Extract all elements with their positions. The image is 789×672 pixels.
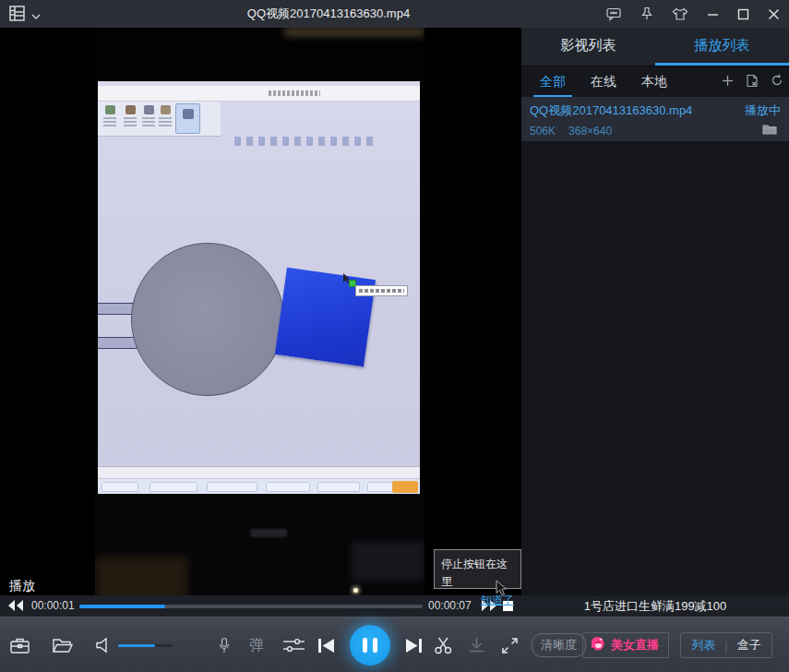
message-icon[interactable] xyxy=(606,7,622,21)
beauty-live-button[interactable]: 美女直播 xyxy=(582,632,669,658)
subtab-local[interactable]: 本地 xyxy=(635,68,674,97)
pin-icon[interactable] xyxy=(640,6,653,21)
video-frame[interactable] xyxy=(95,28,424,595)
close-icon[interactable] xyxy=(768,8,780,20)
playlist-sidebar: 影视列表 播放列表 全部 在线 本地 xyxy=(521,28,789,595)
desk-glare xyxy=(95,557,187,595)
sidebar-sub-tabs: 全部 在线 本地 xyxy=(521,67,789,97)
list-toggle[interactable]: 列表 xyxy=(691,637,715,654)
cad-blue-square xyxy=(275,268,376,367)
power-led xyxy=(353,588,358,593)
equalizer-icon[interactable] xyxy=(282,618,305,672)
background-blur xyxy=(284,28,424,36)
progress-row: 00:00:01 00:00:07 1号店进口生鲜满199减100 xyxy=(0,595,789,617)
titlebar[interactable]: QQ视频20170413163630.mp4 xyxy=(0,0,789,28)
cad-statusbar xyxy=(98,466,420,478)
sidebar-main-tabs: 影视列表 播放列表 xyxy=(521,28,789,66)
recorded-monitor-screen xyxy=(98,81,420,494)
pause-icon xyxy=(363,638,367,653)
playlist-item-resolution: 368×640 xyxy=(568,125,612,138)
folder-icon[interactable] xyxy=(762,124,777,138)
cad-gray-circle xyxy=(131,243,284,396)
cad-app-titlebar xyxy=(98,86,420,102)
download-icon[interactable] xyxy=(468,618,485,672)
speaker-icon[interactable] xyxy=(95,618,112,672)
cad-ribbon-toolbar xyxy=(98,102,221,137)
subtab-online[interactable]: 在线 xyxy=(584,68,623,97)
bottom-toolbar: 弹 清晰度 xyxy=(0,617,789,672)
open-folder-icon[interactable] xyxy=(52,618,74,672)
tab-play-list[interactable]: 播放列表 xyxy=(655,28,789,66)
skin-tshirt-icon[interactable] xyxy=(672,7,688,21)
current-time: 00:00:01 xyxy=(31,599,75,612)
stop-hint-tooltip: 停止按钮在这里 知道了 xyxy=(434,549,521,589)
volume-slider[interactable] xyxy=(118,644,173,647)
clear-list-icon[interactable] xyxy=(746,74,759,91)
cad-icon-row xyxy=(234,137,375,146)
monitor-brand-logo xyxy=(250,529,287,537)
volume-slider-fill xyxy=(118,644,155,647)
danmaku-toggle[interactable]: 弹 xyxy=(249,618,264,672)
playlist-item-size: 506K xyxy=(530,125,556,138)
ad-banner[interactable]: 1号店进口生鲜满199减100 xyxy=(521,595,789,617)
seek-bar[interactable] xyxy=(79,605,423,608)
osd-play-label: 播放 xyxy=(9,578,35,594)
playlist-item-name[interactable]: QQ视频20170413163630.mp4 xyxy=(530,102,692,119)
cad-selected-tool xyxy=(175,103,200,134)
mouse-cursor xyxy=(496,580,508,600)
player-window: QQ视频20170413163630.mp4 xyxy=(0,0,789,672)
expand-icon[interactable] xyxy=(501,618,519,672)
beauty-live-label: 美女直播 xyxy=(611,637,659,654)
video-canvas[interactable]: 播放 xyxy=(0,28,521,595)
taskbar-highlight xyxy=(392,481,418,493)
playlist-item[interactable]: QQ视频20170413163630.mp4 播放中 506K 368×640 xyxy=(521,97,789,141)
rewind-icon[interactable] xyxy=(7,599,24,616)
window-title: QQ视频20170413163630.mp4 xyxy=(0,0,657,28)
quality-button[interactable]: 清晰度 xyxy=(532,633,586,657)
cad-cursor-icon xyxy=(342,271,351,288)
girl-icon xyxy=(590,636,605,655)
previous-icon[interactable] xyxy=(317,618,335,672)
mic-icon[interactable] xyxy=(219,618,230,672)
toolbox-icon[interactable] xyxy=(9,618,30,672)
windows-taskbar xyxy=(98,478,420,494)
subtab-all[interactable]: 全部 xyxy=(533,68,572,97)
refresh-icon[interactable] xyxy=(771,74,783,90)
divider: | xyxy=(724,639,727,653)
maximize-icon[interactable] xyxy=(737,8,749,20)
playing-status-badge: 播放中 xyxy=(745,102,781,119)
tab-movie-list[interactable]: 影视列表 xyxy=(521,28,655,66)
seek-bar-fill xyxy=(79,605,165,608)
scissors-icon[interactable] xyxy=(434,618,453,672)
box-toggle[interactable]: 盒子 xyxy=(737,637,761,654)
add-icon[interactable] xyxy=(722,74,734,90)
list-box-button: 列表 | 盒子 xyxy=(680,632,772,658)
cad-app-title-text xyxy=(269,90,320,96)
minimize-icon[interactable] xyxy=(707,8,719,20)
next-icon[interactable] xyxy=(405,618,423,672)
cad-measure-tooltip xyxy=(355,285,408,296)
pause-button[interactable] xyxy=(350,625,390,666)
monitor-bezel xyxy=(95,494,424,595)
desk-shadow xyxy=(352,542,424,581)
